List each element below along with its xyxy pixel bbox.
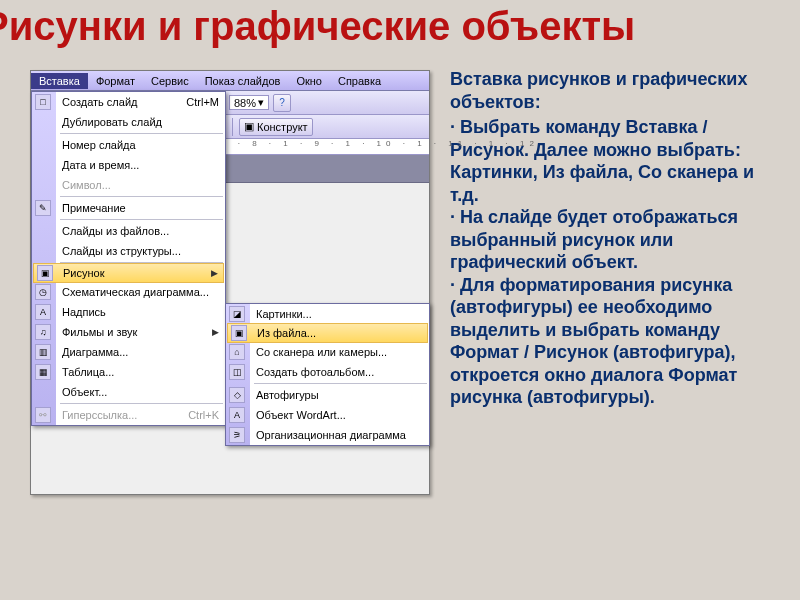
explanation-text: Вставка рисунков и графических объектов:… [450,68,780,409]
menu-item-slides-from-outline[interactable]: Слайды из структуры... [32,241,225,261]
shortcut: Ctrl+K [188,409,219,421]
submenu-item-org-chart[interactable]: ⚞ Организационная диаграмма [226,425,429,445]
menu-item-duplicate-slide[interactable]: Дублировать слайд [32,112,225,132]
menu-item-chart[interactable]: ▥ Диаграмма... [32,342,225,362]
menu-item-slides-from-files[interactable]: Слайды из файлов... [32,221,225,241]
menu-item-comment[interactable]: ✎ Примечание [32,198,225,218]
org-chart-icon: ⚞ [229,427,245,443]
autoshapes-icon: ◇ [229,387,245,403]
picture-submenu: ◪ Картинки... ▣ Из файла... ⌂ Со сканера… [225,303,430,446]
menu-pokaz[interactable]: Показ слайдов [197,73,289,89]
menu-item-date-time[interactable]: Дата и время... [32,155,225,175]
submenu-item-photoalbum[interactable]: ◫ Создать фотоальбом... [226,362,429,382]
from-file-icon: ▣ [231,325,247,341]
menu-format[interactable]: Формат [88,73,143,89]
text-bullet-3: · Для форматирования рисунка (автофигуры… [450,274,780,409]
submenu-item-autoshapes[interactable]: ◇ Автофигуры [226,385,429,405]
submenu-item-wordart[interactable]: A Объект WordArt... [226,405,429,425]
menu-item-symbol: Символ... [32,175,225,195]
menu-item-picture[interactable]: ▣ Рисунок ▶ [33,263,224,283]
scanner-icon: ⌂ [229,344,245,360]
menu-item-textbox[interactable]: A Надпись [32,302,225,322]
text-heading: Вставка рисунков и графических объектов: [450,68,780,113]
wordart-icon: A [229,407,245,423]
menu-item-hyperlink: ⚯ Гиперссылка... Ctrl+K [32,405,225,425]
text-bullet-1: · Выбрать команду Вставка / Рисунок. Дал… [450,116,780,206]
menu-item-movies-sound[interactable]: ♫ Фильмы и звук ▶ [32,322,225,342]
new-slide-icon: □ [35,94,51,110]
insert-menu-dropdown: □ Создать слайд Ctrl+M Дублировать слайд… [31,91,226,426]
designer-button[interactable]: ▣ Конструкт [239,118,313,136]
text-bullet-2: · На слайде будет отображаться выбранный… [450,206,780,274]
picture-icon: ▣ [37,265,53,281]
comment-icon: ✎ [35,200,51,216]
separator [60,196,223,197]
clipart-icon: ◪ [229,306,245,322]
chart-icon: ▥ [35,344,51,360]
menu-item-slide-number[interactable]: Номер слайда [32,135,225,155]
page-title: Рисунки и графические объекты [0,4,800,49]
hyperlink-icon: ⚯ [35,407,51,423]
separator [254,383,427,384]
photoalbum-icon: ◫ [229,364,245,380]
zoom-box[interactable]: 88%▾ [229,95,269,110]
menu-servis[interactable]: Сервис [143,73,197,89]
separator [60,133,223,134]
menu-okno[interactable]: Окно [288,73,330,89]
submenu-arrow-icon: ▶ [212,327,219,337]
diagram-icon: ◷ [35,284,51,300]
shortcut: Ctrl+M [186,96,219,108]
menu-spravka[interactable]: Справка [330,73,389,89]
textbox-icon: A [35,304,51,320]
menubar: Вставка Формат Сервис Показ слайдов Окно… [31,71,429,91]
separator [60,219,223,220]
separator [60,403,223,404]
table-icon: ▦ [35,364,51,380]
menu-vstavka[interactable]: Вставка [31,73,88,89]
submenu-arrow-icon: ▶ [211,268,218,278]
help-icon[interactable]: ? [273,94,291,112]
menu-item-object[interactable]: Объект... [32,382,225,402]
designer-icon: ▣ [244,120,254,133]
menu-item-table[interactable]: ▦ Таблица... [32,362,225,382]
submenu-item-scanner[interactable]: ⌂ Со сканера или камеры... [226,342,429,362]
menu-item-new-slide[interactable]: □ Создать слайд Ctrl+M [32,92,225,112]
submenu-item-from-file[interactable]: ▣ Из файла... [227,323,428,343]
menu-item-diagram[interactable]: ◷ Схематическая диаграмма... [32,282,225,302]
separator [232,118,233,136]
sound-icon: ♫ [35,324,51,340]
submenu-item-clipart[interactable]: ◪ Картинки... [226,304,429,324]
app-screenshot: Вставка Формат Сервис Показ слайдов Окно… [30,70,430,495]
